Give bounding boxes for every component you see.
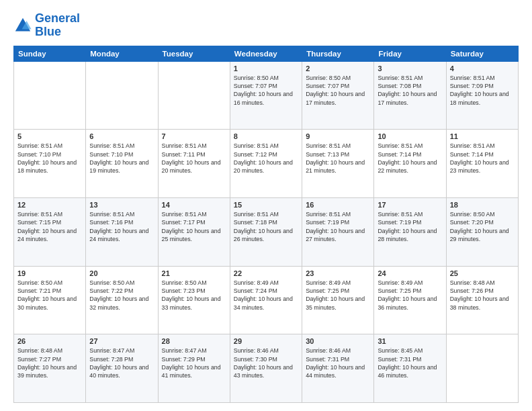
- day-info: Sunrise: 8:50 AM Sunset: 7:23 PM Dayligh…: [162, 279, 226, 312]
- day-info: Sunrise: 8:51 AM Sunset: 7:15 PM Dayligh…: [17, 210, 82, 243]
- day-number: 7: [162, 132, 226, 140]
- day-info: Sunrise: 8:48 AM Sunset: 7:27 PM Dayligh…: [17, 347, 82, 379]
- day-cell: 12Sunrise: 8:51 AM Sunset: 7:15 PM Dayli…: [14, 197, 86, 266]
- day-cell: [446, 334, 518, 403]
- day-cell: [86, 61, 158, 130]
- day-info: Sunrise: 8:51 AM Sunset: 7:16 PM Dayligh…: [89, 210, 154, 243]
- week-row-4: 19Sunrise: 8:50 AM Sunset: 7:21 PM Dayli…: [14, 266, 519, 334]
- day-info: Sunrise: 8:51 AM Sunset: 7:14 PM Dayligh…: [450, 142, 515, 175]
- day-number: 8: [234, 132, 298, 140]
- day-cell: 26Sunrise: 8:48 AM Sunset: 7:27 PM Dayli…: [14, 334, 86, 403]
- day-cell: 21Sunrise: 8:50 AM Sunset: 7:23 PM Dayli…: [158, 266, 230, 334]
- day-info: Sunrise: 8:51 AM Sunset: 7:08 PM Dayligh…: [378, 74, 442, 107]
- day-cell: 15Sunrise: 8:51 AM Sunset: 7:18 PM Dayli…: [230, 197, 302, 266]
- day-info: Sunrise: 8:51 AM Sunset: 7:17 PM Dayligh…: [162, 210, 226, 243]
- day-cell: 8Sunrise: 8:51 AM Sunset: 7:12 PM Daylig…: [230, 130, 302, 198]
- day-number: 21: [162, 269, 226, 277]
- day-number: 30: [306, 337, 370, 345]
- day-number: 15: [234, 201, 298, 209]
- week-row-3: 12Sunrise: 8:51 AM Sunset: 7:15 PM Dayli…: [14, 197, 519, 266]
- weekday-header-friday: Friday: [374, 46, 446, 61]
- day-number: 6: [89, 132, 154, 140]
- day-info: Sunrise: 8:51 AM Sunset: 7:13 PM Dayligh…: [306, 142, 370, 175]
- day-cell: 2Sunrise: 8:50 AM Sunset: 7:07 PM Daylig…: [302, 61, 374, 130]
- day-number: 12: [17, 201, 82, 209]
- day-cell: 29Sunrise: 8:46 AM Sunset: 7:30 PM Dayli…: [230, 334, 302, 403]
- weekday-header-wednesday: Wednesday: [230, 46, 302, 61]
- day-cell: 1Sunrise: 8:50 AM Sunset: 7:07 PM Daylig…: [230, 61, 302, 130]
- day-info: Sunrise: 8:51 AM Sunset: 7:19 PM Dayligh…: [378, 210, 442, 243]
- day-number: 28: [162, 337, 226, 345]
- calendar-header: SundayMondayTuesdayWednesdayThursdayFrid…: [14, 46, 519, 61]
- day-cell: 6Sunrise: 8:51 AM Sunset: 7:10 PM Daylig…: [86, 130, 158, 198]
- weekday-header-tuesday: Tuesday: [158, 46, 230, 61]
- day-number: 2: [306, 64, 370, 73]
- day-cell: 10Sunrise: 8:51 AM Sunset: 7:14 PM Dayli…: [374, 130, 446, 198]
- day-info: Sunrise: 8:51 AM Sunset: 7:14 PM Dayligh…: [378, 142, 442, 175]
- day-number: 11: [450, 132, 515, 140]
- day-cell: 9Sunrise: 8:51 AM Sunset: 7:13 PM Daylig…: [302, 130, 374, 198]
- day-info: Sunrise: 8:46 AM Sunset: 7:31 PM Dayligh…: [306, 347, 370, 379]
- day-number: 4: [450, 64, 515, 73]
- day-info: Sunrise: 8:50 AM Sunset: 7:07 PM Dayligh…: [306, 74, 370, 107]
- day-number: 5: [17, 132, 82, 140]
- day-cell: 28Sunrise: 8:47 AM Sunset: 7:29 PM Dayli…: [158, 334, 230, 403]
- day-number: 29: [234, 337, 298, 345]
- day-number: 3: [378, 64, 442, 73]
- weekday-header-sunday: Sunday: [14, 46, 86, 61]
- day-cell: 22Sunrise: 8:49 AM Sunset: 7:24 PM Dayli…: [230, 266, 302, 334]
- week-row-2: 5Sunrise: 8:51 AM Sunset: 7:10 PM Daylig…: [14, 130, 519, 198]
- day-number: 25: [450, 269, 515, 277]
- day-cell: 27Sunrise: 8:47 AM Sunset: 7:28 PM Dayli…: [86, 334, 158, 403]
- day-cell: 30Sunrise: 8:46 AM Sunset: 7:31 PM Dayli…: [302, 334, 374, 403]
- day-cell: 14Sunrise: 8:51 AM Sunset: 7:17 PM Dayli…: [158, 197, 230, 266]
- day-info: Sunrise: 8:50 AM Sunset: 7:07 PM Dayligh…: [234, 74, 298, 107]
- day-cell: 20Sunrise: 8:50 AM Sunset: 7:22 PM Dayli…: [86, 266, 158, 334]
- day-cell: 5Sunrise: 8:51 AM Sunset: 7:10 PM Daylig…: [14, 130, 86, 198]
- day-cell: [158, 61, 230, 130]
- day-cell: 11Sunrise: 8:51 AM Sunset: 7:14 PM Dayli…: [446, 130, 518, 198]
- day-cell: 16Sunrise: 8:51 AM Sunset: 7:19 PM Dayli…: [302, 197, 374, 266]
- day-info: Sunrise: 8:51 AM Sunset: 7:12 PM Dayligh…: [234, 142, 298, 175]
- day-cell: 23Sunrise: 8:49 AM Sunset: 7:25 PM Dayli…: [302, 266, 374, 334]
- logo-blue: Blue: [35, 25, 61, 38]
- day-number: 1: [234, 64, 298, 73]
- day-cell: 3Sunrise: 8:51 AM Sunset: 7:08 PM Daylig…: [374, 61, 446, 130]
- header: General Blue: [13, 12, 519, 39]
- week-row-5: 26Sunrise: 8:48 AM Sunset: 7:27 PM Dayli…: [14, 334, 519, 403]
- day-info: Sunrise: 8:50 AM Sunset: 7:22 PM Dayligh…: [89, 279, 154, 312]
- day-info: Sunrise: 8:51 AM Sunset: 7:10 PM Dayligh…: [89, 142, 154, 175]
- day-info: Sunrise: 8:46 AM Sunset: 7:30 PM Dayligh…: [234, 347, 298, 379]
- day-info: Sunrise: 8:50 AM Sunset: 7:21 PM Dayligh…: [17, 279, 82, 312]
- day-number: 22: [234, 269, 298, 277]
- day-number: 17: [378, 201, 442, 209]
- day-info: Sunrise: 8:47 AM Sunset: 7:29 PM Dayligh…: [162, 347, 226, 379]
- calendar-table: SundayMondayTuesdayWednesdayThursdayFrid…: [13, 46, 519, 403]
- day-number: 24: [378, 269, 442, 277]
- day-info: Sunrise: 8:51 AM Sunset: 7:09 PM Dayligh…: [450, 74, 515, 107]
- day-info: Sunrise: 8:47 AM Sunset: 7:28 PM Dayligh…: [89, 347, 154, 379]
- day-cell: 19Sunrise: 8:50 AM Sunset: 7:21 PM Dayli…: [14, 266, 86, 334]
- day-info: Sunrise: 8:45 AM Sunset: 7:31 PM Dayligh…: [378, 347, 442, 379]
- day-cell: 7Sunrise: 8:51 AM Sunset: 7:11 PM Daylig…: [158, 130, 230, 198]
- day-info: Sunrise: 8:51 AM Sunset: 7:19 PM Dayligh…: [306, 210, 370, 243]
- day-info: Sunrise: 8:51 AM Sunset: 7:10 PM Dayligh…: [17, 142, 82, 175]
- logo-general: General: [35, 11, 80, 25]
- logo-text: General Blue: [35, 12, 80, 39]
- day-number: 14: [162, 201, 226, 209]
- day-cell: 13Sunrise: 8:51 AM Sunset: 7:16 PM Dayli…: [86, 197, 158, 266]
- day-info: Sunrise: 8:51 AM Sunset: 7:18 PM Dayligh…: [234, 210, 298, 243]
- day-info: Sunrise: 8:49 AM Sunset: 7:25 PM Dayligh…: [306, 279, 370, 312]
- day-info: Sunrise: 8:49 AM Sunset: 7:24 PM Dayligh…: [234, 279, 298, 312]
- day-info: Sunrise: 8:48 AM Sunset: 7:26 PM Dayligh…: [450, 279, 515, 312]
- day-cell: [14, 61, 86, 130]
- day-number: 19: [17, 269, 82, 277]
- day-cell: 17Sunrise: 8:51 AM Sunset: 7:19 PM Dayli…: [374, 197, 446, 266]
- day-number: 9: [306, 132, 370, 140]
- weekday-header-monday: Monday: [86, 46, 158, 61]
- day-number: 18: [450, 201, 515, 209]
- day-info: Sunrise: 8:51 AM Sunset: 7:11 PM Dayligh…: [162, 142, 226, 175]
- weekday-header-saturday: Saturday: [446, 46, 518, 61]
- week-row-1: 1Sunrise: 8:50 AM Sunset: 7:07 PM Daylig…: [14, 61, 519, 130]
- day-number: 16: [306, 201, 370, 209]
